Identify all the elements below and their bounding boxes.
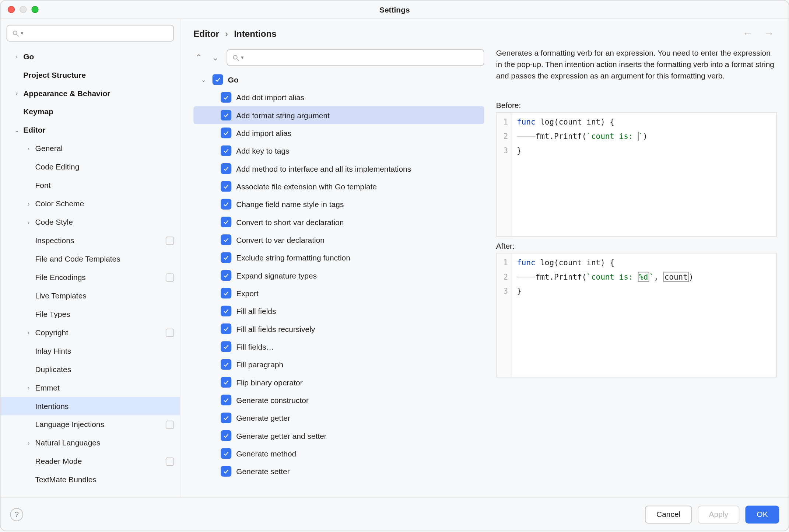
sidebar-item[interactable]: File Types: [1, 305, 180, 323]
intention-item[interactable]: Fill fields…: [193, 338, 484, 356]
nav-forward-icon[interactable]: →: [761, 27, 777, 40]
intention-label: Generate constructor: [236, 396, 309, 405]
sidebar-item[interactable]: ⌄Editor: [1, 121, 180, 140]
intention-item[interactable]: Expand signature types: [193, 266, 484, 284]
sidebar-item-label: Emmet: [35, 384, 174, 392]
intention-checkbox[interactable]: [221, 359, 231, 370]
sidebar-item[interactable]: ›Go: [1, 48, 180, 66]
intention-label: Add dot import alias: [236, 93, 304, 102]
intention-item[interactable]: Fill all fields: [193, 302, 484, 320]
sidebar-item[interactable]: ›General: [1, 140, 180, 158]
sidebar-item[interactable]: Keymap: [1, 103, 180, 121]
sidebar-item-label: File Types: [35, 310, 174, 319]
sidebar-search[interactable]: ▾: [7, 25, 174, 42]
chevron-down-icon: ⌄: [199, 76, 208, 83]
breadcrumb-seg-1[interactable]: Editor: [193, 28, 219, 38]
svg-line-3: [237, 59, 239, 60]
intention-checkbox[interactable]: [221, 270, 231, 281]
nav-back-icon[interactable]: ←: [740, 27, 755, 40]
intention-checkbox[interactable]: [221, 199, 231, 210]
intention-item[interactable]: Convert to short var declaration: [193, 213, 484, 231]
sidebar-item[interactable]: Intentions: [1, 397, 180, 416]
intention-item[interactable]: Convert to var declaration: [193, 231, 484, 249]
sidebar-item-label: Project Structure: [23, 71, 174, 80]
intention-checkbox[interactable]: [221, 163, 231, 174]
sidebar-item[interactable]: Inlay Hints: [1, 342, 180, 360]
intention-item[interactable]: Add import alias: [193, 124, 484, 142]
intention-label: Export: [236, 289, 259, 298]
sidebar-item[interactable]: Inspections: [1, 231, 180, 250]
intention-item[interactable]: Add format string argument: [193, 106, 484, 124]
intention-group[interactable]: ⌄Go: [193, 71, 484, 88]
intention-detail-pane: Generates a formatting verb for an expre…: [496, 46, 777, 497]
sidebar-item[interactable]: ›Code Style: [1, 213, 180, 231]
intention-checkbox[interactable]: [221, 288, 231, 298]
intention-checkbox[interactable]: [221, 181, 231, 192]
sidebar-item-label: Appearance & Behavior: [23, 89, 174, 98]
intentions-tree[interactable]: ⌄GoAdd dot import aliasAdd format string…: [193, 71, 484, 497]
intention-item[interactable]: Add dot import alias: [193, 88, 484, 106]
intention-checkbox[interactable]: [221, 146, 231, 156]
intention-checkbox[interactable]: [221, 252, 231, 263]
sidebar-item[interactable]: ›Copyright: [1, 323, 180, 342]
settings-tree[interactable]: ›GoProject Structure›Appearance & Behavi…: [1, 45, 180, 497]
expand-all-icon[interactable]: ⌃: [193, 53, 204, 62]
sidebar-item[interactable]: Code Editing: [1, 158, 180, 176]
breadcrumb-sep: ›: [225, 28, 228, 38]
group-checkbox[interactable]: [213, 74, 223, 85]
intention-item[interactable]: Generate method: [193, 445, 484, 462]
titlebar: Settings: [1, 1, 789, 18]
intention-item[interactable]: Change field name style in tags: [193, 195, 484, 213]
intention-item[interactable]: Flip binary operator: [193, 373, 484, 391]
sidebar-item[interactable]: Font: [1, 176, 180, 195]
intention-checkbox[interactable]: [221, 92, 231, 103]
intention-item[interactable]: Fill all fields recursively: [193, 320, 484, 337]
sidebar-item[interactable]: TextMate Bundles: [1, 471, 180, 489]
intention-checkbox[interactable]: [221, 448, 231, 459]
scope-badge-icon: [165, 237, 174, 245]
intentions-search[interactable]: ▾: [227, 49, 484, 66]
intention-checkbox[interactable]: [221, 413, 231, 423]
intention-item[interactable]: Add method to interface and all its impl…: [193, 160, 484, 177]
sidebar-item[interactable]: Project Structure: [1, 66, 180, 84]
sidebar-item[interactable]: Duplicates: [1, 360, 180, 379]
svg-point-2: [233, 55, 237, 59]
sidebar-item[interactable]: ›Color Scheme: [1, 195, 180, 213]
intention-item[interactable]: Exclude string formatting function: [193, 249, 484, 266]
sidebar-item[interactable]: File Encodings: [1, 268, 180, 287]
intention-checkbox[interactable]: [221, 306, 231, 316]
sidebar-item-label: Language Injections: [35, 420, 162, 429]
intention-item[interactable]: Add key to tags: [193, 142, 484, 160]
intention-checkbox[interactable]: [221, 110, 231, 120]
intention-checkbox[interactable]: [221, 341, 231, 352]
intention-item[interactable]: Fill paragraph: [193, 356, 484, 373]
sidebar-item[interactable]: ›Natural Languages: [1, 434, 180, 452]
chevron-down-icon: ⌄: [13, 127, 21, 134]
sidebar-item[interactable]: ›Emmet: [1, 379, 180, 397]
sidebar-item[interactable]: File and Code Templates: [1, 250, 180, 268]
intention-item[interactable]: Generate constructor: [193, 391, 484, 409]
intention-checkbox[interactable]: [221, 217, 231, 227]
cancel-button[interactable]: Cancel: [645, 505, 691, 523]
after-label: After:: [496, 237, 777, 252]
sidebar-item[interactable]: Language Injections: [1, 416, 180, 434]
intention-item[interactable]: Associate file extension with Go templat…: [193, 178, 484, 195]
intention-item[interactable]: Export: [193, 284, 484, 302]
intention-checkbox[interactable]: [221, 377, 231, 388]
intention-item[interactable]: Generate getter: [193, 409, 484, 427]
apply-button[interactable]: Apply: [698, 505, 740, 523]
sidebar-item[interactable]: ›Appearance & Behavior: [1, 84, 180, 103]
sidebar-item[interactable]: Reader Mode: [1, 452, 180, 471]
intention-item[interactable]: Generate setter: [193, 462, 484, 480]
ok-button[interactable]: OK: [746, 505, 779, 523]
help-icon[interactable]: ?: [10, 508, 23, 521]
intention-checkbox[interactable]: [221, 430, 231, 441]
intention-checkbox[interactable]: [221, 323, 231, 334]
intention-checkbox[interactable]: [221, 466, 231, 477]
sidebar-item[interactable]: Live Templates: [1, 287, 180, 305]
intention-checkbox[interactable]: [221, 127, 231, 138]
intention-checkbox[interactable]: [221, 234, 231, 245]
collapse-all-icon[interactable]: ⌄: [210, 53, 221, 62]
intention-checkbox[interactable]: [221, 395, 231, 405]
intention-item[interactable]: Generate getter and setter: [193, 427, 484, 444]
